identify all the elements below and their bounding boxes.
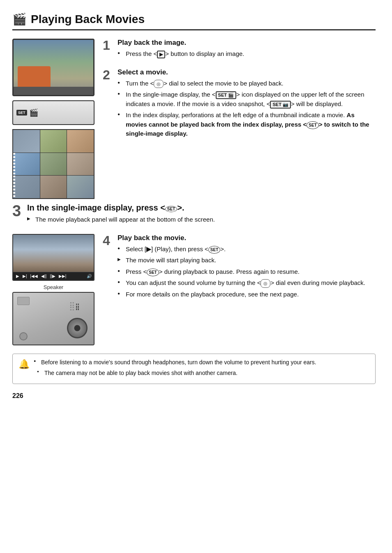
step-2: 2 Select a movie. Turn the <◎> dial to s… [103,68,376,141]
playback-panel: ▶ ▶| |◀◀ ◀|| ||▶ ▶▶| 🔊 [12,234,95,281]
step-4-heading: Play back the movie. [118,234,365,242]
step-2-content: Select a movie. Turn the <◎> dial to sel… [118,68,376,141]
next-frame-ctrl[interactable]: ▶| [22,273,28,279]
step-3-list: The movie playback panel will appear at … [27,215,215,224]
step-2-list: Turn the <◎> dial to select the movie to… [118,79,376,139]
movie-set-icon: 🎬 [29,108,38,117]
step-4-images: ▶ ▶| |◀◀ ◀|| ||▶ ▶▶| 🔊 Speaker ⣿ [12,234,95,345]
thumb-9 [67,176,94,198]
step-3-section: 3 In the single-image display, press <SE… [12,203,376,227]
step-4-bullet-5: For more details on the playback procedu… [118,290,365,299]
note-item-2: The camera may not be able to play back … [34,369,316,377]
page-title-bar: 🎬 Playing Back Movies [12,12,376,30]
thumb-8 [40,176,67,198]
camera-body-speaker: ⣿ [12,292,95,345]
step-4-section: ▶ ▶| |◀◀ ◀|| ||▶ ▶▶| 🔊 Speaker ⣿ 4 [12,234,376,345]
note-icon: 🔔 [18,359,30,370]
steps-1-2: 1 Play back the image. Press the <▶> but… [103,39,376,199]
set-circle-3: SET [165,206,177,212]
step-1-number: 1 [103,39,114,52]
left-images-col: SET 🎬 [12,39,95,199]
speaker-label: Speaker [12,284,95,290]
camera-body-image: SET 🎬 [12,100,95,125]
thumb-7 [13,176,40,198]
note-content: Before listening to a movie's sound thro… [34,358,316,379]
note-box: 🔔 Before listening to a movie's sound th… [12,354,376,384]
speaker-holes: ⣿ [69,301,85,317]
thumb-2 [40,130,67,153]
fwd-ctrl[interactable]: ||▶ [49,273,56,279]
step-1-list: Press the <▶> button to display an image… [118,49,244,59]
set-circle-4a: SET [208,246,220,254]
step-3-content: In the single-image display, press <SET>… [27,203,215,227]
step-3-number: 3 [12,203,24,219]
step-1-bullet-1: Press the <▶> button to display an image… [118,49,244,59]
step-4-bullet-3: Press <SET> during playback to pause. Pr… [118,267,365,277]
camera-dial [67,318,88,338]
thumb-3 [67,130,94,153]
tram-photo [14,40,93,95]
dial-badge-2: ◎ [261,279,270,288]
step-2-heading: Select a movie. [118,68,376,76]
step-4-content: Play back the movie. Select [▶] (Play), … [118,234,365,301]
thumbnail-grid [12,129,95,199]
step-4-bullet-4: You can adjust the sound volume by turni… [118,278,365,288]
step-4: 4 Play back the movie. Select [▶] (Play)… [103,234,376,301]
step-2-bullet-2: In the single-image display, the <SET 🎬>… [118,90,376,109]
set-video-badge: SET 📷 [270,101,291,109]
prev-ctrl[interactable]: |◀◀ [30,273,39,279]
end-ctrl[interactable]: ▶▶| [58,273,67,279]
page-number: 226 [12,392,376,400]
movie-icon: 🎬 [12,12,27,26]
step-1-content: Play back the image. Press the <▶> butto… [118,39,244,61]
step-3: 3 In the single-image display, press <SE… [12,203,376,227]
step-3-heading: In the single-image display, press <SET>… [27,203,215,213]
step-4-bullet-2: The movie will start playing back. [118,256,365,265]
step-2-number: 2 [103,68,114,81]
playback-controls-bar: ▶ ▶| |◀◀ ◀|| ||▶ ▶▶| 🔊 [13,272,94,280]
set-circle-badge: SET [307,121,318,129]
step-4-list: Select [▶] (Play), then press <SET>. The… [118,245,365,299]
thumb-1 [13,130,40,153]
dial-badge-1: ◎ [154,80,164,88]
step-4-number: 4 [103,234,114,247]
camera-detail-2 [19,332,28,340]
set-movie-badge: SET 🎬 [216,91,236,99]
note-item-1: Before listening to a movie's sound thro… [34,358,316,367]
thumb-6 [67,153,94,176]
step-3-bullet-1: The movie playback panel will appear at … [27,215,215,224]
step-2-bullet-1: Turn the <◎> dial to select the movie to… [118,79,376,88]
camera-detail-1 [17,297,30,305]
note-list: Before listening to a movie's sound thro… [34,358,316,377]
step-4-content-area: 4 Play back the movie. Select [▶] (Play)… [103,234,376,345]
camera-screen-image [12,39,95,96]
playback-screen [13,235,94,272]
page-title: Playing Back Movies [31,13,145,26]
step-2-bullet-3: In the index display, perforations at th… [118,111,376,139]
step-4-bullet-1: Select [▶] (Play), then press <SET>. [118,245,365,254]
camera-body-inner: ⣿ [13,293,94,345]
set-badge: SET [16,110,27,116]
thumb-5 [40,153,67,176]
set-circle-4b: SET [147,268,159,276]
play-ctrl[interactable]: ▶ [15,273,20,279]
sound-ctrl[interactable]: 🔊 [87,274,92,278]
step-1-heading: Play back the image. [118,39,244,47]
main-layout: SET 🎬 1 Play back the image. Press th [12,39,376,199]
step-1: 1 Play back the image. Press the <▶> but… [103,39,376,61]
pause-ctrl[interactable]: ◀|| [40,273,47,279]
play-button-badge: ▶ [157,51,165,58]
thumb-4 [13,153,40,176]
